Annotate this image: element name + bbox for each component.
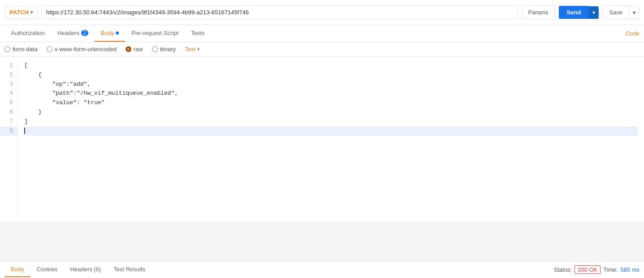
code-line-6: } [24,108,638,117]
line-num-4: 4 [0,89,17,98]
send-dropdown-button[interactable]: ▾ [589,6,599,19]
tab-tests[interactable]: Tests [185,25,211,42]
code-link[interactable]: Code [626,30,640,37]
line-num-3: 3 [0,80,17,89]
code-line-3: "op":"add", [24,80,638,89]
code-line-2: { [24,71,638,80]
urlencoded-option[interactable]: x-www-form-urlencoded [47,46,117,53]
line-num-5: 5 [0,98,17,108]
headers-badge: 2 [81,30,88,36]
body-active-dot [116,31,119,35]
toolbar: PATCH ▾ Params Send ▾ Save ▾ [0,0,644,25]
tab-bar: Authorization Headers 2 Body Pre-request… [0,25,644,42]
method-label: PATCH [9,9,29,16]
code-line-5: "value": "true" [24,98,638,108]
tab-headers[interactable]: Headers 2 [51,25,95,42]
text-chevron-icon: ▾ [197,47,200,52]
cursor-icon [24,128,25,134]
method-button[interactable]: PATCH ▾ [4,6,38,19]
binary-option[interactable]: binary [152,46,176,53]
tab-bar-right: Code [626,30,640,37]
raw-option[interactable]: raw [126,46,143,53]
line-numbers: 12345678 [0,57,18,222]
body-options-bar: form-data x-www-form-urlencoded raw bina… [0,42,644,57]
params-button[interactable]: Params [522,5,555,19]
save-button[interactable]: Save [602,5,629,19]
url-input[interactable] [41,5,518,19]
code-line-4: "path":"/hw_vif_multiqueue_enabled", [24,89,638,98]
code-line-1: [ [24,61,638,71]
tab-body[interactable]: Body [95,25,126,42]
send-chevron-icon: ▾ [592,9,595,16]
save-group: Save ▾ [602,5,640,19]
save-chevron-icon: ▾ [633,9,635,16]
code-editor: 12345678 [ { "op":"add", "path":"/hw_vif… [0,57,644,223]
code-line-7: ] [24,117,638,127]
method-chevron-icon: ▾ [30,10,33,15]
line-num-8: 8 [0,127,17,136]
line-num-7: 7 [0,117,17,127]
save-dropdown-button[interactable]: ▾ [629,6,640,19]
code-line-8 [24,127,638,136]
send-group: Send ▾ [559,6,599,19]
line-num-1: 1 [0,61,17,71]
form-data-option[interactable]: form-data [4,46,38,53]
send-button[interactable]: Send [559,6,589,19]
line-num-6: 6 [0,108,17,117]
code-content[interactable]: [ { "op":"add", "path":"/hw_vif_multique… [18,57,644,222]
line-num-2: 2 [0,71,17,80]
text-format-dropdown[interactable]: Text ▾ [185,46,200,53]
tab-authorization[interactable]: Authorization [4,25,51,42]
tab-prerequest[interactable]: Pre-request Script [125,25,185,42]
